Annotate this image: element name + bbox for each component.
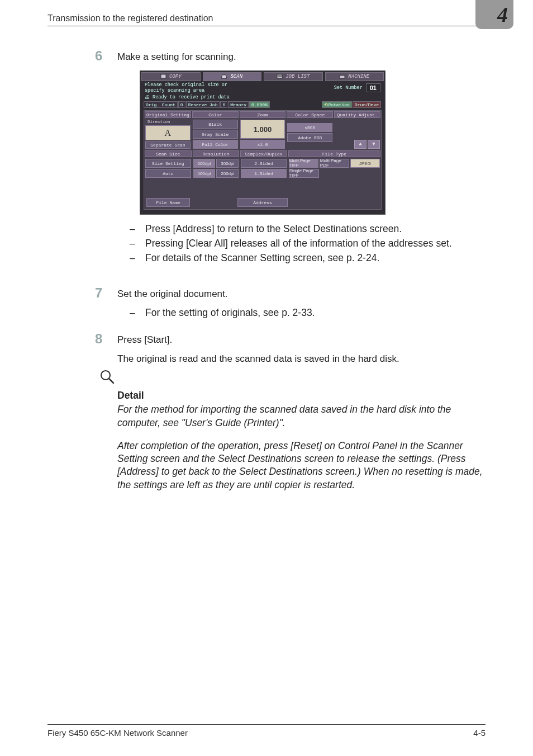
hdr-zoom: Zoom — [240, 111, 286, 118]
step-6-bullets: –Press [Address] to return to the Select… — [130, 223, 487, 266]
hdr-scan-size: Scan Size — [145, 150, 192, 157]
settings-panel: Original Setting Color Zoom Color Space … — [144, 110, 382, 210]
tab-scan-label: SCAN — [230, 74, 242, 79]
hdr-color: Color — [192, 111, 239, 118]
step-7-number: 7 — [95, 285, 102, 301]
printer-status-row: 🖨 Ready to receive print data — [140, 94, 385, 101]
direction-button[interactable]: A — [145, 125, 191, 140]
detail-paragraph-2: After completion of the operation, press… — [117, 440, 487, 492]
res-400-button[interactable]: 400dpi — [193, 169, 216, 178]
bullet-text: Press [Address] to return to the Select … — [145, 223, 487, 235]
direction-label: Direction — [145, 120, 191, 124]
detail-heading: Detail — [117, 389, 487, 402]
set-number-label: Set Number — [334, 85, 363, 91]
svg-line-7 — [109, 379, 113, 383]
ft-single-tiff-button[interactable]: Single Page TIFF — [289, 169, 319, 178]
quality-down-button[interactable]: ▼ — [368, 140, 380, 149]
quality-up-button[interactable]: ▲ — [354, 140, 367, 149]
direction-A-glyph: A — [165, 128, 172, 138]
printer-status-text: Ready to receive print data — [153, 94, 380, 100]
color-black-button[interactable]: Black — [193, 120, 238, 129]
scanner-setting-screenshot: COPY SCAN JOB LIST MACHINE Please check … — [140, 70, 386, 215]
footer-rule — [47, 724, 486, 725]
orig-count-label: Orig. Count — [144, 101, 178, 108]
res-300-button[interactable]: 300dpi — [216, 159, 239, 168]
zoom-value: 1.000 — [240, 120, 285, 139]
res-600-button[interactable]: 600dpi — [193, 159, 216, 168]
cspace-srgb-button[interactable]: sRGB — [287, 123, 332, 132]
status-bar: Orig. Count 0 Reserve Job 0 Memory 0.000… — [144, 101, 382, 108]
file-name-button[interactable]: File Name — [146, 198, 190, 207]
svg-rect-5 — [340, 75, 345, 78]
message-row: Please check original size or specify sc… — [140, 81, 385, 94]
step-8-text: Press [Start]. — [117, 334, 172, 346]
footer-product: Fiery S450 65C-KM Network Scanner — [47, 728, 188, 738]
scan-icon — [221, 74, 228, 79]
step-6-number: 6 — [95, 48, 102, 64]
ft-multi-pdf-button[interactable]: Multi Page PDF — [320, 159, 349, 168]
step-6-text: Make a setting for scanning. — [117, 51, 236, 63]
detail-section: Detail For the method for importing the … — [117, 389, 487, 492]
header-row-2: Scan Size Resolution Simplex/Duplex File… — [144, 150, 381, 158]
hdr-original-setting[interactable]: Original Setting — [145, 111, 191, 118]
duplex-1sided-button[interactable]: 1-Sided — [241, 169, 287, 178]
chapter-number: 4 — [497, 2, 508, 27]
address-button[interactable]: Address — [237, 198, 288, 207]
tab-scan[interactable]: SCAN — [203, 72, 262, 81]
tab-copy[interactable]: COPY — [141, 72, 201, 81]
message-line-1: Please check original size or — [145, 82, 227, 88]
orig-count-value: 0 — [178, 101, 185, 108]
step-7-bullets: –For the setting of originals, see p. 2-… — [130, 306, 487, 321]
svg-rect-0 — [161, 74, 166, 78]
drum-indicator: Drum/Deve — [353, 101, 381, 108]
res-200-button[interactable]: 200dpi — [216, 169, 239, 178]
separate-scan-button[interactable]: Separate Scan — [145, 141, 191, 149]
machine-icon — [339, 74, 346, 79]
detail-paragraph-1: For the method for importing the scanned… — [117, 403, 487, 429]
hdr-resolution: Resolution — [193, 150, 240, 157]
color-full-button[interactable]: Full Color — [193, 140, 238, 149]
duplex-2sided-button[interactable]: 2-Sided — [241, 159, 287, 168]
hdr-file-type: File Type — [288, 150, 380, 157]
color-gray-button[interactable]: Gray Scale — [193, 130, 238, 139]
tab-machine-label: MACHINE — [348, 74, 369, 79]
zoom-x1-button[interactable]: x1.0 — [240, 140, 285, 149]
step-7-text: Set the original document. — [117, 289, 228, 300]
tab-joblist-label: JOB LIST — [285, 74, 310, 79]
joblist-icon — [277, 74, 283, 79]
bullet-text: Pressing [Clear All] releases all of the… — [145, 237, 487, 250]
size-setting-button[interactable]: Size Setting — [145, 159, 191, 168]
memory-label: Memory — [228, 101, 249, 108]
chapter-tab: 4 — [475, 0, 513, 29]
hdr-simplex-duplex: Simplex/Duplex — [240, 150, 287, 157]
tab-machine[interactable]: MACHINE — [325, 72, 384, 81]
reserve-job-label: Reserve Job — [186, 101, 220, 108]
bullet-text: For the setting of originals, see p. 2-3… — [145, 306, 487, 319]
footer-page: 4-5 — [473, 728, 486, 738]
magnifier-icon — [99, 369, 115, 385]
step-8-number: 8 — [95, 331, 102, 347]
step-8-result: The original is read and the scanned dat… — [117, 353, 487, 365]
rotation-indicator: ⟲Rotation — [322, 101, 351, 108]
hdr-color-space: Color Space — [287, 111, 333, 118]
set-number-value: 01 — [366, 83, 380, 92]
reserve-job-value: 0 — [220, 101, 227, 108]
svg-marker-1 — [221, 75, 227, 78]
bullet-text: For details of the Scanner Setting scree… — [145, 252, 487, 264]
running-header: Transmission to the registered destinati… — [47, 13, 213, 23]
cspace-adobe-button[interactable]: Adobe RGB — [287, 133, 332, 142]
ft-jpeg-button[interactable]: JPEG — [350, 159, 380, 168]
memory-value: 0.000% — [249, 101, 270, 108]
message-line-2: specify scanning area — [145, 88, 227, 93]
ft-multi-tiff-button[interactable]: Multi Page TIFF — [289, 159, 318, 168]
copy-icon — [160, 74, 167, 79]
size-auto-button[interactable]: Auto — [145, 169, 191, 178]
printer-icon: 🖨 — [145, 94, 150, 100]
tab-joblist[interactable]: JOB LIST — [264, 72, 323, 81]
mode-tabbar: COPY SCAN JOB LIST MACHINE — [140, 71, 385, 81]
header-row-1: Original Setting Color Zoom Color Space … — [144, 111, 381, 119]
set-number: Set Number 01 — [334, 83, 380, 92]
header-rule — [47, 26, 486, 26]
tab-copy-label: COPY — [169, 74, 182, 79]
hdr-quality-adjust[interactable]: Quality Adjust. — [334, 111, 380, 118]
